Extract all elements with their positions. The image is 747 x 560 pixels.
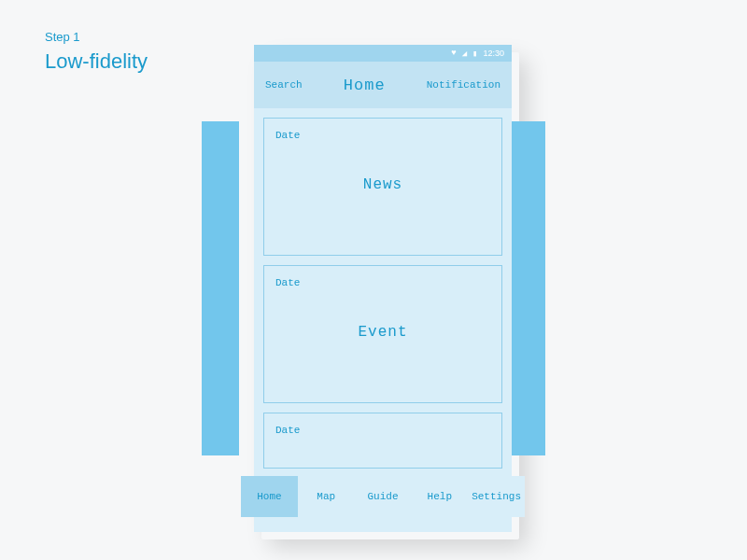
card-title: Event [275, 324, 490, 341]
card-date-label: Date [275, 425, 490, 436]
nav-help[interactable]: Help [411, 476, 468, 517]
event-card[interactable]: Date Event [263, 265, 502, 403]
phone-frame: ♥ ◢ ▮ 12:30 Search Home Notification Dat… [254, 45, 512, 532]
nav-map[interactable]: Map [298, 476, 355, 517]
carousel-prev-card[interactable] [202, 121, 239, 455]
card-title: News [275, 176, 490, 193]
page-title: Home [344, 77, 386, 94]
notification-link[interactable]: Notification [427, 79, 500, 91]
lock-icon: ▮ [472, 49, 477, 59]
top-nav: Search Home Notification [254, 62, 512, 108]
status-bar: ♥ ◢ ▮ 12:30 [254, 45, 512, 62]
step-label: Step 1 [45, 30, 148, 44]
signal-icon: ◢ [462, 49, 467, 59]
news-card[interactable]: Date News [263, 118, 502, 256]
bottom-nav: Home Map Guide Help Settings [241, 476, 525, 517]
title-section: Step 1 Low-fidelity [45, 30, 148, 74]
search-link[interactable]: Search [265, 79, 303, 91]
fidelity-label: Low-fidelity [45, 49, 148, 74]
nav-guide[interactable]: Guide [355, 476, 412, 517]
nav-settings[interactable]: Settings [468, 476, 525, 517]
status-time: 12:30 [483, 49, 504, 58]
partial-card[interactable]: Date [263, 413, 502, 469]
content-area[interactable]: Date News Date Event Date [254, 108, 512, 532]
card-date-label: Date [275, 277, 490, 288]
carousel-next-card[interactable] [508, 121, 545, 455]
nav-home[interactable]: Home [241, 476, 298, 517]
card-date-label: Date [275, 130, 490, 141]
heart-icon: ♥ [451, 49, 456, 58]
